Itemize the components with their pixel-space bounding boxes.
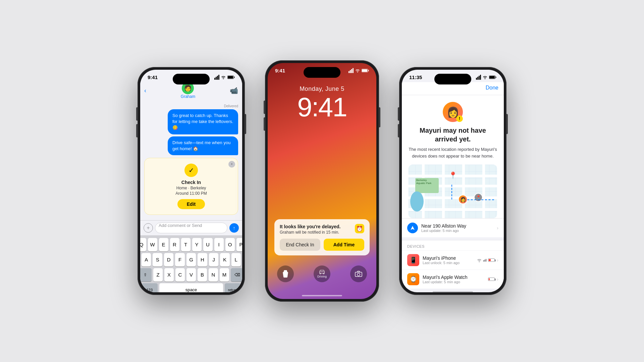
device-row-iphone[interactable]: 📱 Mayuri's iPhone Last unlock: 5 min ago…	[402, 250, 504, 269]
battery-icon-phone1	[227, 75, 235, 79]
signal-icon-phone1	[214, 75, 219, 80]
key-n[interactable]: N	[209, 268, 218, 282]
key-l[interactable]: L	[231, 253, 241, 266]
wifi-icon-phone3	[483, 75, 487, 79]
message-list: Delivered So great to catch up. Thanks f…	[140, 102, 242, 220]
location-map[interactable]: BerkeleyAquatic Park 📍 👩 📍	[409, 165, 497, 218]
end-check-in-button[interactable]: End Check In	[280, 239, 320, 251]
flashlight-icon	[282, 270, 288, 278]
dynamic-island-2	[304, 67, 340, 78]
key-m[interactable]: M	[220, 268, 229, 282]
key-i[interactable]: I	[214, 238, 224, 251]
wifi-icon-phone2	[355, 69, 360, 72]
map-road	[442, 165, 445, 218]
findmy-title: Mayuri may not have arrived yet.	[409, 126, 497, 143]
video-call-button[interactable]: 📹	[230, 86, 238, 95]
svg-rect-2	[228, 76, 233, 78]
keyboard-row-3: ⇧ Z X C V B N M ⌫	[142, 268, 241, 282]
notification-icon: ⏰	[355, 224, 364, 233]
key-g[interactable]: G	[186, 253, 196, 266]
notification-title: It looks like you're delayed.	[280, 224, 341, 229]
camera-icon	[355, 271, 362, 277]
key-t[interactable]: T	[181, 238, 191, 251]
back-button[interactable]: ‹	[144, 87, 146, 94]
key-c[interactable]: C	[175, 268, 185, 282]
key-r[interactable]: R	[170, 238, 179, 251]
key-o[interactable]: O	[225, 238, 235, 251]
add-time-button[interactable]: Add Time	[324, 239, 364, 251]
key-numbers[interactable]: 123	[142, 283, 158, 292]
lock-time: 9:41	[268, 94, 376, 121]
signal-status-icon	[483, 259, 487, 261]
key-w[interactable]: W	[148, 238, 157, 251]
home-indicator-3	[433, 291, 473, 292]
phone-imessage: 9:41 ‹ 🧑 Graham 📹 Delivered So great to …	[138, 67, 245, 295]
devices-section: DEVICES 📱 Mayuri's iPhone Last unlock: 5…	[402, 240, 504, 289]
keyboard-row-2: A S D F G H J K L	[142, 253, 241, 266]
message-bubble-1: So great to catch up. Thanks for letting…	[168, 109, 238, 134]
dynamic-island	[173, 74, 210, 84]
watch-name: Mayuri's Apple Watch	[423, 275, 488, 280]
status-time-phone1: 9:41	[148, 74, 158, 80]
key-k[interactable]: K	[220, 253, 229, 266]
key-b[interactable]: B	[198, 268, 207, 282]
delivered-label: Delivered	[144, 104, 238, 108]
iphone-last-update: Last unlock: 5 min ago	[423, 261, 477, 265]
key-s[interactable]: S	[153, 253, 162, 266]
key-z[interactable]: Z	[153, 268, 163, 282]
key-a[interactable]: A	[142, 253, 151, 266]
key-f[interactable]: F	[175, 253, 184, 266]
camera-button[interactable]	[350, 265, 367, 282]
key-u[interactable]: U	[203, 238, 213, 251]
key-p[interactable]: P	[236, 238, 243, 251]
key-d[interactable]: D	[164, 253, 173, 266]
location-details: Near 190 Allston Way Last update: 5 min …	[421, 223, 497, 233]
battery-status-icon	[488, 258, 495, 262]
chevron-right-watch: ›	[497, 277, 498, 282]
message-input-field[interactable]: Add comment or Send	[155, 223, 227, 233]
key-y[interactable]: Y	[192, 238, 202, 251]
key-e[interactable]: E	[159, 238, 168, 251]
driving-mode-button[interactable]: Driving	[314, 265, 330, 282]
avatar-wrap: 👩 !	[409, 102, 497, 122]
contact-info[interactable]: 🧑 Graham	[181, 82, 195, 99]
checkin-edit-button[interactable]: Edit	[177, 199, 205, 209]
key-q[interactable]: Q	[140, 238, 146, 251]
watch-battery-icon	[488, 278, 495, 281]
key-v[interactable]: V	[186, 268, 196, 282]
lock-screen-bottom-icons: Driving	[270, 265, 374, 282]
flashlight-button[interactable]	[277, 265, 294, 282]
notification-text: It looks like you're delayed. Graham wil…	[280, 224, 341, 235]
notification-buttons: End Check In Add Time	[280, 239, 364, 251]
battery-icon-phone2	[362, 69, 369, 72]
key-delete[interactable]: ⌫	[231, 268, 242, 282]
svg-rect-11	[489, 76, 495, 78]
key-space[interactable]: space	[159, 283, 223, 292]
iphone-status	[477, 258, 495, 262]
phone-findmy: 11:35 Done 👩 ! Mayuri may not have arriv…	[399, 67, 506, 295]
checkin-close-button[interactable]: ×	[228, 161, 235, 168]
key-h[interactable]: H	[198, 253, 207, 266]
key-shift[interactable]: ⇧	[140, 268, 152, 282]
wifi-icon-phone1	[221, 75, 226, 79]
svg-rect-5	[362, 69, 367, 72]
watch-icon: ⌚	[407, 273, 419, 285]
key-x[interactable]: X	[164, 268, 174, 282]
checkin-location: Home · Berkeley	[150, 186, 232, 190]
status-icons-phone1	[214, 75, 235, 80]
location-last-update: Last update: 5 min ago	[421, 229, 497, 233]
svg-rect-4	[368, 70, 369, 71]
keyboard: Q W E R T Y U I O P A S D F G H J K L	[140, 235, 242, 292]
key-return[interactable]: return	[225, 283, 241, 292]
svg-rect-1	[234, 77, 235, 78]
message-bubble-2: Drive safe—text me when you get home! 🏠	[168, 136, 238, 155]
location-row[interactable]: Near 190 Allston Way Last update: 5 min …	[402, 218, 504, 237]
device-row-watch[interactable]: ⌚ Mayuri's Apple Watch Last update: 5 mi…	[402, 269, 504, 289]
phone-lockscreen: 9:41 Monday, June 5 9:41 It looks like y…	[265, 60, 379, 302]
add-attachment-button[interactable]: +	[144, 223, 153, 233]
key-j[interactable]: J	[209, 253, 218, 266]
driving-label: Driving	[317, 275, 327, 278]
svg-rect-10	[496, 77, 496, 78]
done-button[interactable]: Done	[486, 85, 498, 91]
send-button[interactable]: ↑	[229, 223, 239, 233]
